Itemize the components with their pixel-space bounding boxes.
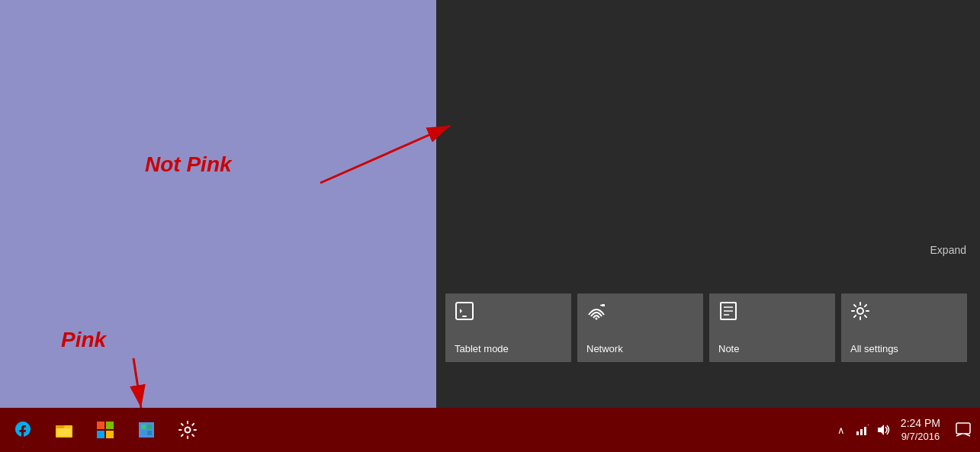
tile-tablet-mode-label: Tablet mode xyxy=(455,343,509,354)
taskbar: ∧ 2:24 PM 9/7/2016 xyxy=(0,408,980,452)
network-icon xyxy=(586,301,606,324)
svg-rect-15 xyxy=(57,428,71,436)
edge-icon-btn[interactable] xyxy=(3,408,43,452)
svg-rect-28 xyxy=(864,427,866,435)
settings-btn[interactable] xyxy=(168,408,207,452)
not-pink-label: Not Pink xyxy=(145,152,232,177)
tile-all-settings[interactable]: All settings xyxy=(841,293,967,362)
action-center-button[interactable] xyxy=(946,408,980,452)
action-center-tiles: Tablet mode Network Note xyxy=(436,293,980,406)
svg-rect-29 xyxy=(868,425,869,425)
svg-rect-21 xyxy=(141,425,146,429)
svg-rect-27 xyxy=(860,429,863,435)
svg-rect-24 xyxy=(147,431,152,435)
minecraft-btn[interactable] xyxy=(127,408,166,452)
tile-network-label: Network xyxy=(586,343,623,354)
all-settings-icon xyxy=(850,301,870,324)
tile-note[interactable]: Note xyxy=(709,293,835,362)
svg-rect-23 xyxy=(141,431,146,435)
tablet-mode-icon xyxy=(455,301,474,324)
system-tray: ∧ 2:24 PM 9/7/2016 xyxy=(831,408,980,452)
svg-marker-30 xyxy=(878,425,884,435)
svg-rect-22 xyxy=(147,425,152,429)
pink-label: Pink xyxy=(61,328,106,352)
file-explorer-btn[interactable] xyxy=(44,408,84,452)
tile-network[interactable]: Network xyxy=(577,293,703,362)
tray-chevron[interactable]: ∧ xyxy=(831,408,852,452)
tile-note-label: Note xyxy=(718,343,739,354)
tile-tablet-mode[interactable]: Tablet mode xyxy=(445,293,571,362)
clock-date: 9/7/2016 xyxy=(901,431,940,444)
volume-tray-icon[interactable] xyxy=(873,408,895,452)
svg-rect-18 xyxy=(97,431,104,438)
svg-rect-31 xyxy=(956,423,970,434)
clock-time: 2:24 PM xyxy=(901,416,940,430)
note-icon xyxy=(718,301,738,324)
svg-rect-5 xyxy=(462,316,467,317)
svg-rect-16 xyxy=(97,422,104,429)
svg-point-6 xyxy=(596,318,598,320)
svg-point-25 xyxy=(185,428,191,433)
svg-rect-7 xyxy=(602,304,605,306)
taskbar-left xyxy=(0,408,207,452)
clock-area[interactable]: 2:24 PM 9/7/2016 xyxy=(895,408,946,452)
expand-button[interactable]: Expand xyxy=(930,244,966,256)
svg-rect-17 xyxy=(106,422,114,429)
svg-rect-19 xyxy=(106,431,114,438)
store-btn[interactable] xyxy=(85,408,125,452)
svg-rect-26 xyxy=(856,431,859,435)
svg-point-12 xyxy=(857,308,863,314)
network-tray-icon[interactable] xyxy=(852,408,873,452)
tile-all-settings-label: All settings xyxy=(850,343,898,354)
